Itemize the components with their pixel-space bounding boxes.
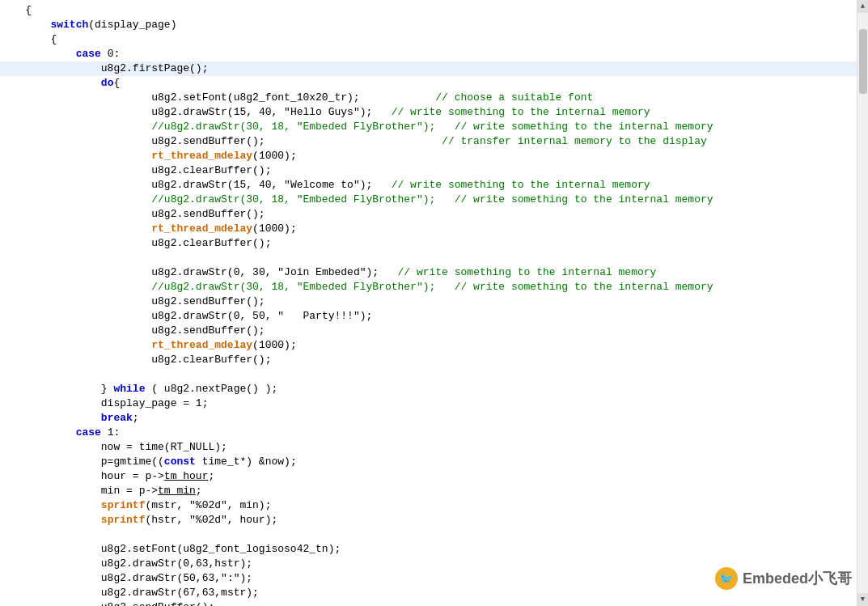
code-line: u8g2.sendBuffer(); // transfer internal … — [0, 134, 857, 149]
code-line: rt_thread_mdelay(1000); — [0, 338, 857, 353]
code-line: u8g2.sendBuffer(); — [0, 295, 857, 309]
code-line: u8g2.sendBuffer(); — [0, 207, 857, 222]
code-container: { switch(display_page) { case 0: u8g2.fi… — [0, 0, 868, 606]
code-line: break; — [0, 411, 857, 426]
code-line: rt_thread_mdelay(1000); — [0, 222, 857, 236]
code-line: } while ( u8g2.nextPage() ); — [0, 382, 857, 396]
code-line: u8g2.drawStr(0, 50, " Party!!!"); — [0, 309, 857, 324]
code-line: u8g2.sendBuffer(); — [0, 600, 857, 606]
code-line: u8g2.firstPage(); — [0, 61, 857, 76]
code-line: u8g2.drawStr(15, 40, "Hello Guys"); // w… — [0, 105, 857, 120]
code-line: u8g2.drawStr(15, 40, "Welcome to"); // w… — [0, 178, 857, 193]
code-line: switch(display_page) — [0, 18, 857, 32]
code-line: sprintf(hstr, "%02d", hour); — [0, 513, 857, 528]
code-line: u8g2.clearBuffer(); — [0, 163, 857, 178]
code-line: //u8g2.drawStr(30, 18, "Embeded FlyBroth… — [0, 193, 857, 207]
code-line: u8g2.sendBuffer(); — [0, 324, 857, 338]
code-line: case 1: — [0, 426, 857, 440]
code-line: { — [0, 3, 857, 18]
watermark-icon: 🐦 — [715, 567, 738, 590]
code-line: u8g2.setFont(u8g2_font_logisoso42_tn); — [0, 542, 857, 557]
code-line — [0, 251, 857, 265]
code-line: u8g2.drawStr(0, 30, "Join Embeded"); // … — [0, 265, 857, 280]
watermark: 🐦 Embeded小飞哥 — [715, 567, 852, 590]
code-line: sprintf(mstr, "%02d", min); — [0, 498, 857, 513]
code-line: now = time(RT_NULL); — [0, 440, 857, 455]
code-line: case 0: — [0, 47, 857, 61]
watermark-text: Embeded小飞哥 — [743, 569, 852, 588]
code-line: u8g2.clearBuffer(); — [0, 353, 857, 367]
scroll-down-arrow[interactable]: ▼ — [857, 593, 869, 606]
code-line: p=gmtime((const time_t*) &now); — [0, 455, 857, 469]
code-line — [0, 528, 857, 542]
code-line: { — [0, 32, 857, 47]
vertical-scrollbar[interactable]: ▲ ▼ — [857, 0, 868, 606]
code-line: //u8g2.drawStr(30, 18, "Embeded FlyBroth… — [0, 120, 857, 134]
code-line: display_page = 1; — [0, 396, 857, 411]
code-area[interactable]: { switch(display_page) { case 0: u8g2.fi… — [0, 0, 857, 606]
code-line: //u8g2.drawStr(30, 18, "Embeded FlyBroth… — [0, 280, 857, 295]
code-line — [0, 367, 857, 382]
code-line: rt_thread_mdelay(1000); — [0, 149, 857, 163]
scroll-up-arrow[interactable]: ▲ — [857, 0, 869, 13]
code-line: hour = p->tm_hour; — [0, 469, 857, 484]
scroll-thumb[interactable] — [859, 29, 867, 94]
code-line: do{ — [0, 76, 857, 91]
code-line: u8g2.setFont(u8g2_font_10x20_tr); // cho… — [0, 91, 857, 105]
code-line: u8g2.clearBuffer(); — [0, 236, 857, 251]
code-line: min = p->tm_min; — [0, 484, 857, 498]
